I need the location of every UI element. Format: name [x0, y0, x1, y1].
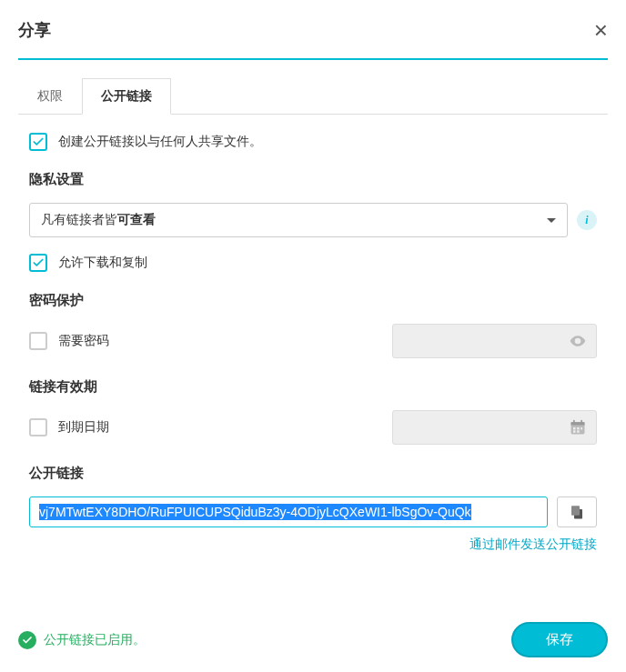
password-title: 密码保护 — [29, 292, 597, 309]
close-button[interactable]: × — [594, 18, 608, 42]
expiry-date-input[interactable] — [402, 420, 569, 435]
dialog-title: 分享 — [18, 19, 51, 41]
public-link-title: 公开链接 — [29, 465, 597, 482]
status-text: 公开链接已启用。 — [44, 632, 146, 648]
save-button[interactable]: 保存 — [511, 622, 608, 657]
svg-rect-9 — [581, 427, 582, 430]
allow-download-label: 允许下载和复制 — [58, 255, 147, 271]
check-icon — [32, 135, 45, 148]
svg-rect-5 — [573, 427, 576, 430]
svg-rect-3 — [573, 420, 575, 424]
calendar-icon[interactable] — [569, 418, 587, 436]
copy-link-button[interactable] — [557, 496, 597, 527]
info-icon[interactable]: i — [577, 210, 597, 230]
allow-download-checkbox[interactable] — [29, 254, 47, 272]
expiry-date-checkbox[interactable] — [29, 418, 47, 436]
privacy-title: 隐私设置 — [29, 171, 597, 188]
public-link-input[interactable]: vj7MTwtEXY8DHO/RuFPUICUPSQiduBz3y-4ODjyL… — [29, 496, 548, 527]
expiry-title: 链接有效期 — [29, 378, 597, 396]
privacy-select-value: 凡有链接者皆可查看 — [41, 212, 156, 228]
copy-icon — [569, 504, 585, 520]
require-password-checkbox[interactable] — [29, 332, 47, 350]
eye-icon[interactable] — [569, 332, 587, 350]
svg-point-0 — [576, 339, 579, 342]
public-link-value: vj7MTwtEXY8DHO/RuFPUICUPSQiduBz3y-4ODjyL… — [39, 504, 471, 520]
status-message: 公开链接已启用。 — [18, 631, 146, 649]
svg-rect-2 — [571, 422, 585, 425]
svg-rect-4 — [581, 420, 582, 424]
send-email-link[interactable]: 通过邮件发送公开链接 — [29, 537, 597, 553]
create-link-checkbox[interactable] — [29, 133, 47, 151]
tab-public-link[interactable]: 公开链接 — [82, 78, 171, 115]
require-password-label: 需要密码 — [58, 333, 109, 349]
password-input[interactable] — [402, 334, 569, 348]
tab-permissions[interactable]: 权限 — [18, 78, 82, 115]
close-icon: × — [594, 16, 608, 44]
svg-rect-7 — [573, 430, 576, 433]
check-icon — [32, 256, 45, 269]
tabs: 权限 公开链接 — [18, 78, 608, 115]
svg-rect-6 — [577, 427, 580, 430]
chevron-down-icon — [547, 218, 556, 223]
create-link-label: 创建公开链接以与任何人共享文件。 — [58, 134, 262, 150]
expiry-date-label: 到期日期 — [58, 419, 109, 436]
privacy-select[interactable]: 凡有链接者皆可查看 — [29, 203, 568, 237]
svg-rect-8 — [577, 430, 580, 433]
svg-rect-11 — [571, 506, 580, 516]
success-icon — [18, 631, 36, 649]
password-input-group — [392, 324, 597, 358]
expiry-input-group — [392, 410, 597, 445]
